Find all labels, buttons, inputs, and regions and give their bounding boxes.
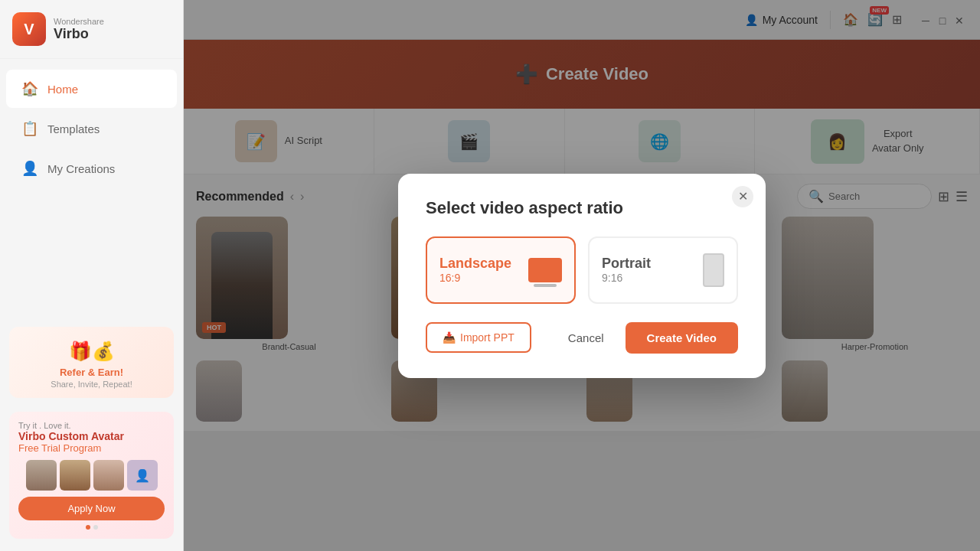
sidebar-item-home[interactable]: 🏠 Home bbox=[6, 70, 177, 108]
custom-avatar-brand: Virbo Custom Avatar bbox=[18, 430, 165, 442]
avatar-thumb-3 bbox=[93, 460, 124, 491]
avatar-thumb-1 bbox=[26, 460, 57, 491]
carousel-dots bbox=[18, 525, 165, 530]
promo-subtitle: Share, Invite, Repeat! bbox=[18, 380, 165, 389]
portrait-option[interactable]: Portrait 9:16 bbox=[588, 236, 738, 304]
promo-title: Refer & Earn! bbox=[18, 367, 165, 378]
avatar-thumbnails: 👤 bbox=[18, 460, 165, 491]
modal-close-button[interactable]: ✕ bbox=[732, 186, 753, 207]
import-ppt-label: Import PPT bbox=[460, 331, 514, 344]
sidebar-item-templates[interactable]: 📋 Templates bbox=[6, 109, 177, 148]
portrait-icon bbox=[703, 253, 724, 287]
brand-name: Wondershare bbox=[54, 17, 104, 26]
landscape-option[interactable]: Landscape 16:9 bbox=[426, 236, 576, 304]
import-icon: 📥 bbox=[443, 331, 456, 344]
custom-avatar-free: Free Trial Program bbox=[18, 442, 165, 454]
portrait-text: Portrait 9:16 bbox=[602, 256, 651, 284]
dot-2 bbox=[93, 525, 98, 530]
portrait-label: Portrait bbox=[602, 256, 651, 272]
landscape-text: Landscape 16:9 bbox=[439, 256, 511, 284]
apply-now-button[interactable]: Apply Now bbox=[18, 497, 165, 520]
ratio-options: Landscape 16:9 Portrait 9:16 bbox=[426, 236, 738, 304]
portrait-ratio: 9:16 bbox=[602, 272, 651, 284]
templates-icon: 📋 bbox=[21, 120, 38, 137]
landscape-icon bbox=[528, 258, 562, 282]
logo-text: Wondershare Virbo bbox=[54, 17, 104, 42]
landscape-ratio: 16:9 bbox=[439, 272, 511, 284]
promo-icons: 🎁💰 bbox=[18, 341, 165, 362]
sidebar-item-label: My Creations bbox=[47, 162, 115, 175]
landscape-label: Landscape bbox=[439, 256, 511, 272]
app-name: Virbo bbox=[54, 26, 104, 42]
modal-footer: 📥 Import PPT Cancel Create Video bbox=[426, 322, 738, 354]
custom-avatar-try: Try it . Love it. bbox=[18, 421, 165, 430]
logo-area: V Wondershare Virbo bbox=[0, 0, 183, 59]
home-icon: 🏠 bbox=[21, 80, 38, 97]
cancel-button[interactable]: Cancel bbox=[556, 324, 616, 352]
sidebar-item-my-creations[interactable]: 👤 My Creations bbox=[6, 149, 177, 187]
dot-1 bbox=[86, 525, 90, 530]
sidebar: V Wondershare Virbo 🏠 Home 📋 Templates 👤… bbox=[0, 0, 184, 551]
sidebar-item-label: Templates bbox=[47, 122, 100, 135]
app-logo: V bbox=[12, 12, 46, 46]
creations-icon: 👤 bbox=[21, 160, 38, 177]
avatar-thumb-2 bbox=[60, 460, 90, 491]
modal-overlay: Select video aspect ratio ✕ Landscape 16… bbox=[184, 0, 980, 551]
main-area: 👤 My Account 🏠 🔄 NEW ⊞ ─ □ ✕ ➕ Create Vi… bbox=[184, 0, 980, 551]
refer-earn-promo: 🎁💰 Refer & Earn! Share, Invite, Repeat! bbox=[9, 327, 174, 398]
import-ppt-button[interactable]: 📥 Import PPT bbox=[426, 322, 531, 353]
sidebar-item-label: Home bbox=[47, 83, 78, 96]
avatar-thumb-4: 👤 bbox=[127, 460, 158, 491]
custom-avatar-promo: Try it . Love it. Virbo Custom Avatar Fr… bbox=[9, 412, 174, 539]
modal-title: Select video aspect ratio bbox=[426, 198, 738, 218]
create-video-button[interactable]: Create Video bbox=[626, 322, 738, 354]
nav-menu: 🏠 Home 📋 Templates 👤 My Creations bbox=[0, 59, 183, 319]
aspect-ratio-modal: Select video aspect ratio ✕ Landscape 16… bbox=[398, 174, 766, 378]
